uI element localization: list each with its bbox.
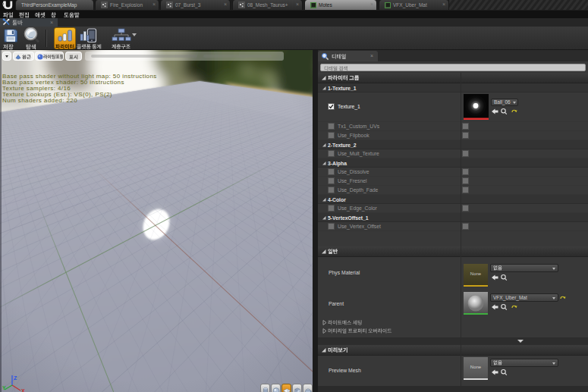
svg-text:Z: Z — [14, 375, 17, 381]
svg-text:X: X — [21, 388, 25, 392]
svg-text:Y: Y — [2, 385, 6, 390]
